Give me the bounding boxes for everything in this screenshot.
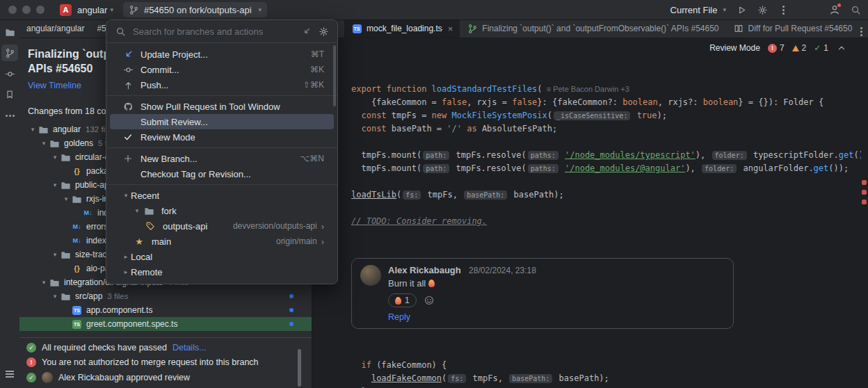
menu-item-update-project[interactable]: Update Project...⌘T	[110, 47, 334, 62]
menu-item-recent[interactable]: ▾Recent	[110, 188, 334, 203]
code-line[interactable]: if (fakeCommon) {	[351, 359, 861, 372]
more-icon[interactable]	[778, 4, 789, 15]
menu-item-submit-review[interactable]: Submit Review...	[110, 114, 334, 129]
tab-list-icon[interactable]	[860, 24, 862, 35]
menu-item-commit[interactable]: Commit...⌘K	[110, 62, 334, 77]
toolwindow-project-button[interactable]	[1, 24, 18, 40]
code-line[interactable]: tmpFs.mount(path: tmpFs.resolve(paths: '…	[351, 149, 861, 162]
code-token: const	[361, 124, 386, 134]
toolwindow-commit-button[interactable]	[1, 65, 18, 82]
md-icon: M↓	[72, 235, 83, 246]
code-token: tmpFs.mount(	[351, 163, 421, 173]
code-token: boolean	[622, 97, 658, 107]
panel-scrollbar[interactable]	[298, 349, 301, 387]
github-icon	[122, 101, 134, 112]
search-everywhere-icon[interactable]	[850, 4, 861, 15]
tree-item-greet-component-spec-ts[interactable]: TSgreet.component.spec.ts	[19, 317, 312, 331]
popup-scrollbar[interactable]	[333, 45, 336, 106]
code-line[interactable]: tmpFs.mount(path: tmpFs.resolve(paths: '…	[351, 162, 861, 175]
menu-item-local[interactable]: ▸Local	[110, 249, 334, 264]
reaction-pill[interactable]: 1	[388, 293, 417, 307]
menu-item-show-pull-request-in-tool-window[interactable]: Show Pull Request in Tool Window	[110, 99, 334, 114]
menu-item-review-mode[interactable]: Review Mode	[110, 129, 334, 145]
settings-icon[interactable]	[318, 26, 329, 37]
review-comment-box: Alex Rickabaugh 28/02/2024, 23:18 Burn i…	[351, 258, 734, 329]
code-line[interactable]: loadTsLib(fs: tmpFs, basePath: basePath)…	[351, 188, 861, 202]
notification-dot	[837, 3, 841, 7]
code-token: angularFolder.	[738, 163, 813, 173]
git-branch-label: #54650 on fork/outputs-api	[144, 5, 252, 15]
git-branch-widget[interactable]: #54650 on fork/outputs-api ▾	[123, 2, 267, 17]
tree-item-src-app[interactable]: ▾src/app3 files	[19, 289, 312, 303]
code-token: loadFakeCommon	[371, 373, 442, 383]
menu-item-fork[interactable]: ▾fork	[110, 203, 334, 218]
json-icon: {}	[72, 263, 83, 274]
code-token: , rxjs?:	[658, 97, 703, 107]
menu-item-main[interactable]: ★mainorigin/main›	[110, 234, 334, 249]
warnings-indicator[interactable]: 2	[792, 43, 807, 53]
close-icon[interactable]: ×	[448, 24, 453, 34]
chevron-down-icon: ▾	[50, 181, 60, 188]
resolved-indicator[interactable]: ✓ 1	[814, 43, 828, 53]
code-token: basePath);	[554, 373, 609, 383]
search-input[interactable]	[131, 26, 296, 38]
project-name[interactable]: angular	[77, 5, 107, 15]
file-count: 3 files	[107, 292, 128, 300]
menu-item-push[interactable]: Push...⇧⌘K	[110, 77, 334, 92]
code-line[interactable]	[351, 202, 861, 215]
menu-item-label: Local	[131, 252, 152, 262]
menu-item-label: New Branch...	[140, 154, 198, 164]
menu-item-checkout-tag-or-revision[interactable]: Checkout Tag or Revision...	[110, 166, 334, 181]
code-token: const	[361, 111, 386, 120]
menu-item-outputs-api[interactable]: outputs-apidevversion/outputs-api›	[110, 218, 334, 234]
commit-icon	[122, 64, 134, 75]
chevron-up-icon[interactable]	[836, 42, 847, 54]
run-configuration[interactable]: Current File ▾	[670, 5, 726, 15]
status-text: Alex Rickabaugh approved review	[58, 373, 190, 382]
toolwindow-main-menu-button[interactable]	[1, 366, 18, 382]
code-line[interactable]: }	[351, 385, 861, 388]
code-line[interactable]: const tmpFs = new MockFileSystemPosix(_i…	[351, 109, 861, 122]
code-token: {fakeCommon =	[351, 97, 442, 107]
minimize-window-icon[interactable]	[22, 6, 31, 14]
code-token: get	[814, 163, 829, 173]
folder-icon	[61, 291, 72, 302]
tab-finalizing-output-and-outputfromobservable-apis-54650[interactable]: Finalizing `output()` and `outputFromObs…	[460, 19, 725, 38]
code-line[interactable]	[351, 175, 861, 188]
errors-indicator[interactable]: ! 7	[768, 43, 785, 53]
zoom-window-icon[interactable]	[36, 6, 45, 14]
code-line[interactable]: const basePath = '/' as AbsoluteFsPath;	[351, 122, 861, 136]
settings-icon[interactable]	[757, 4, 768, 15]
code-line[interactable]: export function loadStandardTestFiles( ≡…	[351, 83, 861, 96]
menu-divider	[106, 95, 337, 96]
tab-mock-file-loading-ts[interactable]: TSmock_file_loading.ts×	[344, 19, 460, 38]
open-in-window-icon[interactable]	[301, 26, 312, 37]
toolwindow-pull-requests-button[interactable]	[1, 45, 18, 61]
warning-count: 2	[802, 43, 807, 53]
code-line[interactable]: {fakeCommon = false, rxjs = false}: {fak…	[351, 96, 861, 109]
menu-item-remote[interactable]: ▸Remote	[110, 264, 334, 280]
code-line[interactable]	[351, 136, 861, 149]
search-icon	[115, 26, 126, 37]
toolwindow-bookmarks-button[interactable]	[1, 86, 18, 103]
code-token: typescriptFolder.	[748, 150, 839, 160]
tab-diff-for-pull-request-54650[interactable]: Diff for Pull Request #54650	[726, 19, 860, 38]
toolwindow-tab-repo[interactable]: angular/angular	[26, 24, 84, 33]
code-line[interactable]: loadFakeCommon(fs: tmpFs, basePath: base…	[351, 372, 861, 385]
details-link[interactable]: Details...	[172, 343, 207, 353]
stripe-mark	[862, 190, 867, 195]
profile-icon[interactable]	[829, 4, 840, 15]
tree-item-label: app.component.ts	[86, 305, 152, 315]
check-icon	[122, 131, 134, 143]
run-button[interactable]	[736, 4, 747, 15]
add-reaction-icon[interactable]	[424, 295, 435, 306]
close-window-icon[interactable]	[8, 6, 17, 14]
tree-item-app-component-ts[interactable]: TSapp.component.ts	[19, 303, 312, 317]
toolwindow-more-button[interactable]	[1, 107, 18, 124]
view-timeline-link[interactable]: View Timeline	[28, 81, 81, 90]
reply-link[interactable]: Reply	[388, 312, 410, 322]
menu-divider	[106, 184, 337, 185]
status-approved-review: ✓ Alex Rickabaugh approved review	[26, 372, 305, 383]
menu-item-new-branch[interactable]: New Branch...⌥⌘N	[110, 151, 334, 166]
code-line[interactable]: // TODO: Consider removing.	[351, 215, 861, 228]
